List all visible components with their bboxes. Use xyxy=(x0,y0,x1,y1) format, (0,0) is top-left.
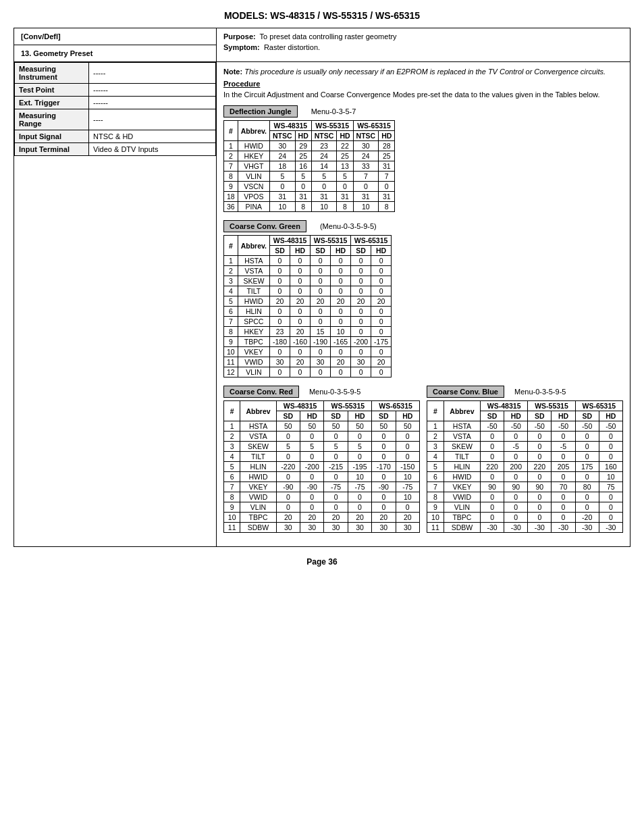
coarse-red-table: # Abbrev WS-48315 WS-55315 WS-65315 SD H… xyxy=(223,400,420,533)
cell-v1: 30 xyxy=(270,357,290,367)
cell-v4: 0 xyxy=(552,452,575,462)
cell-v5: 0 xyxy=(575,432,599,442)
cr-sub-hd3: HD xyxy=(396,411,419,421)
cr-col-num: # xyxy=(224,401,240,421)
cell-v4: -30 xyxy=(552,523,575,533)
cell-v6: 0 xyxy=(599,492,622,502)
cell-num: 11 xyxy=(224,523,240,533)
cell-v2: 29 xyxy=(295,141,311,151)
cell-v6: 0 xyxy=(379,182,395,192)
cell-num: 1 xyxy=(224,141,238,151)
table-row: 9 VLIN 0 0 0 0 0 0 xyxy=(427,502,623,513)
cell-v1: 0 xyxy=(276,452,300,462)
cell-v5: 30 xyxy=(372,523,396,533)
page-title: MODELS: WS-48315 / WS-55315 / WS-65315 xyxy=(14,10,630,21)
test-point-label: Test Point xyxy=(15,84,89,97)
cell-v4: 20 xyxy=(331,296,351,307)
cb-col-ws55315: WS-55315 xyxy=(528,401,575,411)
cell-abbrev: VLIN xyxy=(240,502,276,513)
cell-v1: 220 xyxy=(481,462,504,472)
table-row: Ext. Trigger ------ xyxy=(15,97,216,109)
cell-v6: 0 xyxy=(396,442,419,452)
cell-v1: 90 xyxy=(481,482,504,492)
table-row: Test Point ------ xyxy=(15,84,216,97)
cell-v3: 20 xyxy=(324,513,348,523)
table-row: 5 HLIN -220 -200 -215 -195 -170 -150 xyxy=(224,462,420,472)
cell-v1: 0 xyxy=(270,266,290,276)
cell-v6: -75 xyxy=(396,482,419,492)
cell-v3: 5 xyxy=(324,442,348,452)
cell-v6: 31 xyxy=(379,161,395,172)
cell-abbrev: TBPC xyxy=(240,513,276,523)
cell-abbrev: VWID xyxy=(444,492,480,502)
cell-v3: 0 xyxy=(311,286,331,296)
table-row: Input Signal NTSC & HD xyxy=(15,130,216,143)
cell-v3: -30 xyxy=(528,523,552,533)
cell-v3: 0 xyxy=(311,266,331,276)
cell-num: 5 xyxy=(427,462,444,472)
cell-abbrev: HKEY xyxy=(238,327,269,337)
cell-v4: 0 xyxy=(552,472,575,482)
cell-v4: 0 xyxy=(331,317,351,327)
cell-v1: 0 xyxy=(481,502,504,513)
cell-v6: 20 xyxy=(371,357,392,367)
cell-abbrev: VKEY xyxy=(444,482,480,492)
dj-col-ws48315: WS-48315 xyxy=(270,121,312,131)
content-area: Note: This procedure is usually only nec… xyxy=(217,62,630,546)
cell-v2: -90 xyxy=(300,482,324,492)
cell-num: 10 xyxy=(224,347,238,357)
cg-col-abbrev: Abbrev. xyxy=(238,236,269,256)
cell-v2: -160 xyxy=(290,337,311,347)
cell-abbrev: VWID xyxy=(238,357,269,367)
cell-num: 4 xyxy=(224,452,240,462)
cell-v6: 10 xyxy=(396,472,419,482)
cell-v3: 220 xyxy=(528,462,552,472)
table-row: 18 VPOS 31 31 31 31 31 31 xyxy=(224,192,395,202)
cell-v5: 175 xyxy=(575,462,599,472)
cell-v1: 0 xyxy=(276,502,300,513)
symptom-row: Symptom: Raster distortion. xyxy=(223,43,623,51)
cell-v2: 0 xyxy=(504,452,528,462)
cb-sub-hd3: HD xyxy=(599,411,622,421)
dj-sub-ntsc1: NTSC xyxy=(270,131,296,141)
deflection-jungle-header: Deflection Jungle Menu-0-3-5-7 xyxy=(223,105,623,118)
cell-v5: 0 xyxy=(353,182,379,192)
cell-v2: 20 xyxy=(290,296,311,307)
cell-v5: -170 xyxy=(372,462,396,472)
cell-num: 11 xyxy=(224,357,238,367)
cell-abbrev: HWID xyxy=(444,472,480,482)
cell-v3: 0 xyxy=(528,472,552,482)
table-row: 4 TILT 0 0 0 0 0 0 xyxy=(427,452,623,462)
dj-sub-hd3: HD xyxy=(379,131,395,141)
cell-v2: 0 xyxy=(300,492,324,502)
cell-num: 8 xyxy=(224,172,238,182)
cell-v3: 20 xyxy=(311,296,331,307)
cell-num: 8 xyxy=(224,492,240,502)
cell-v5: 0 xyxy=(351,276,371,286)
cell-v2: 0 xyxy=(290,286,311,296)
cell-v1: 0 xyxy=(481,432,504,442)
table-row: 11 VWID 30 20 30 20 30 20 xyxy=(224,357,392,367)
cell-abbrev: VLIN xyxy=(238,172,269,182)
cell-v6: 7 xyxy=(379,172,395,182)
cell-v1: -50 xyxy=(481,421,504,432)
cell-v4: 0 xyxy=(331,367,351,377)
cell-v3: 0 xyxy=(311,182,337,192)
cell-v2: -5 xyxy=(504,442,528,452)
cell-v1: 0 xyxy=(270,182,296,192)
cell-v2: 90 xyxy=(504,482,528,492)
cell-v6: -150 xyxy=(396,462,419,472)
right-col-header: Purpose: To preset data controlling rast… xyxy=(217,28,630,61)
symptom-text: Raster distortion. xyxy=(264,43,320,51)
cell-v5: 30 xyxy=(351,357,371,367)
cell-v3: 0 xyxy=(528,513,552,523)
cell-v3: 24 xyxy=(311,151,337,161)
cell-v1: 20 xyxy=(276,513,300,523)
cell-v3: 15 xyxy=(311,327,331,337)
purpose-text: To preset data controlling raster geomet… xyxy=(260,32,397,41)
cell-abbrev: HWID xyxy=(238,296,269,307)
cell-v4: 0 xyxy=(552,502,575,513)
cell-v6: 0 xyxy=(371,307,392,317)
cell-abbrev: VLIN xyxy=(444,502,480,513)
cell-abbrev: TBPC xyxy=(444,513,480,523)
